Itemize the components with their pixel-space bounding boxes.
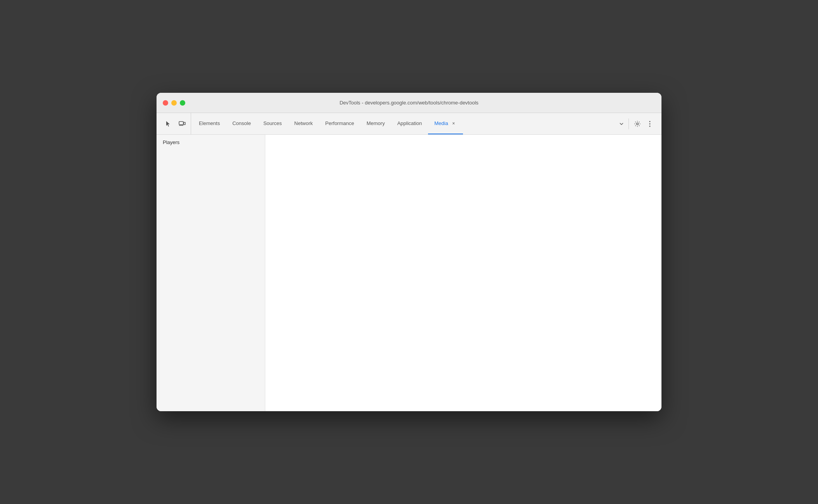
close-button[interactable] — [163, 100, 168, 106]
toolbar: Elements Console Sources Network Perform… — [157, 113, 661, 135]
svg-point-3 — [637, 123, 639, 125]
tab-media-close-button[interactable]: × — [451, 120, 457, 127]
toolbar-icons — [160, 113, 191, 134]
device-toggle-button[interactable] — [177, 118, 188, 129]
toolbar-right — [628, 118, 658, 129]
settings-button[interactable] — [632, 118, 643, 129]
more-options-button[interactable] — [644, 118, 655, 129]
tab-performance[interactable]: Performance — [319, 113, 360, 134]
title-bar: DevTools - developers.google.com/web/too… — [157, 93, 661, 113]
devtools-window: DevTools - developers.google.com/web/too… — [157, 93, 661, 411]
cursor-tool-button[interactable] — [163, 118, 174, 129]
maximize-button[interactable] — [180, 100, 185, 106]
svg-point-5 — [649, 123, 651, 124]
tab-console[interactable]: Console — [226, 113, 257, 134]
sidebar-title: Players — [163, 139, 259, 145]
tab-elements[interactable]: Elements — [193, 113, 226, 134]
players-sidebar: Players — [157, 135, 265, 411]
tab-application[interactable]: Application — [391, 113, 428, 134]
tab-media[interactable]: Media × — [428, 113, 463, 134]
tab-network[interactable]: Network — [288, 113, 319, 134]
content-area: Players — [157, 135, 661, 411]
svg-point-6 — [649, 125, 651, 127]
svg-rect-0 — [179, 122, 183, 125]
tab-sources[interactable]: Sources — [257, 113, 288, 134]
main-panel — [265, 135, 661, 411]
traffic-lights — [163, 100, 185, 106]
svg-rect-1 — [184, 122, 185, 125]
minimize-button[interactable] — [171, 100, 177, 106]
tab-memory[interactable]: Memory — [360, 113, 391, 134]
tab-bar: Elements Console Sources Network Perform… — [193, 113, 616, 134]
window-title: DevTools - developers.google.com/web/too… — [339, 100, 479, 106]
more-tabs-button[interactable] — [616, 118, 627, 129]
svg-point-4 — [649, 121, 651, 122]
